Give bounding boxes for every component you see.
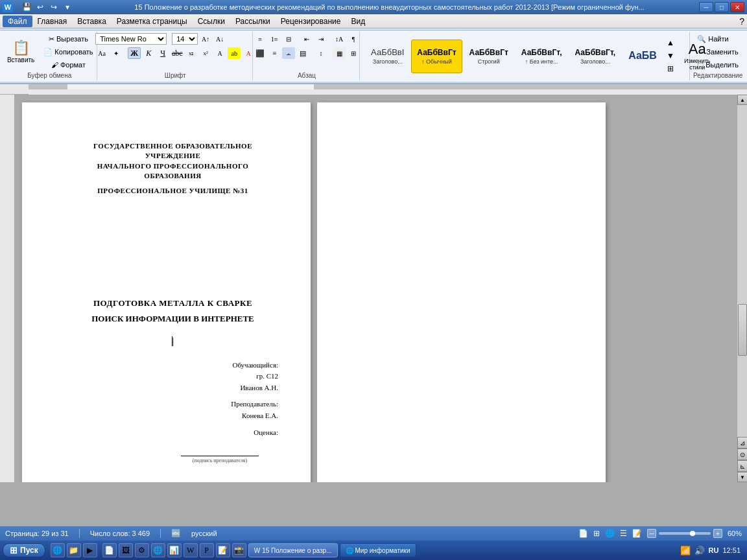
show-hide-button[interactable]: ¶ [347, 33, 360, 45]
scroll-thumb[interactable] [738, 304, 747, 356]
zoom-in-button[interactable]: + [713, 529, 722, 538]
select-button[interactable]: ⬚ Выделить [694, 59, 742, 71]
zoom-slider-thumb[interactable] [690, 531, 695, 536]
decrease-indent-button[interactable]: ⇤ [300, 33, 313, 45]
taskbar-media-icon[interactable]: ▶ [83, 543, 97, 557]
style-heading1-button[interactable]: АаБбВвI Заголово... [365, 40, 410, 73]
text-highlight-button[interactable]: ab [228, 47, 241, 59]
taskbar-app-icon-6[interactable]: W [184, 543, 198, 557]
underline-button[interactable]: Ч [156, 47, 169, 59]
document-page-1[interactable]: ГОСУДАРСТВЕННОЕ ОБРАЗОВАТЕЛЬНОЕ УЧРЕЖДЕН… [22, 102, 311, 482]
menu-mailings[interactable]: Рассылки [230, 16, 276, 27]
borders-button[interactable]: ⊞ [347, 47, 360, 59]
taskbar-app-icon-7[interactable]: P [200, 543, 214, 557]
tray-icon-network[interactable]: 📶 [680, 546, 691, 555]
menu-home[interactable]: Главная [32, 16, 73, 27]
undo-button[interactable]: ↩ [34, 1, 46, 13]
scroll-select-button[interactable]: ⊙ [737, 449, 747, 460]
menu-file[interactable]: Файл [3, 16, 32, 27]
taskbar-app-icon-2[interactable]: 🖼 [119, 543, 133, 557]
line-spacing-button[interactable]: ↕ [314, 47, 327, 59]
scroll-down-button[interactable]: ▼ [737, 472, 747, 482]
scroll-up-button[interactable]: ▲ [737, 95, 747, 105]
view-fullscreen-button[interactable]: ⊞ [593, 529, 600, 538]
justify-button[interactable]: ▤ [296, 47, 309, 59]
tray-language[interactable]: RU [709, 546, 719, 554]
shading-button[interactable]: ▦ [333, 47, 346, 59]
style-heading2-button[interactable]: АаБбВвГт, Заголово... [569, 40, 622, 73]
numbering-button[interactable]: 1≡ [268, 33, 281, 45]
replace-button[interactable]: ↔ Заменить [694, 46, 742, 58]
taskbar-app-icon-1[interactable]: 📄 [102, 543, 117, 557]
taskbar-browser-icon[interactable]: 🌐 [51, 543, 65, 557]
menu-references[interactable]: Ссылки [193, 16, 230, 27]
taskbar-app-icon-3[interactable]: ⚙ [135, 543, 149, 557]
close-button[interactable]: ✕ [730, 2, 744, 12]
align-center-button[interactable]: ≡ [268, 47, 281, 59]
view-print-button[interactable]: 📄 [578, 529, 588, 538]
scroll-page-down-button[interactable]: ⊾ [737, 460, 747, 472]
font-theme-button[interactable]: Aa [95, 47, 108, 59]
zoom-level[interactable]: 60% [728, 530, 742, 537]
menu-insert[interactable]: Вставка [72, 16, 112, 27]
styles-scroll-down-button[interactable]: ▼ [664, 51, 677, 62]
style-normal-button[interactable]: АаБбВвГт ↑ Обычный [411, 40, 462, 73]
view-draft-button[interactable]: 📝 [632, 529, 642, 538]
document-page-2[interactable]: 30 [317, 102, 606, 482]
style-title-button[interactable]: АаБВ [622, 40, 663, 73]
maximize-button[interactable]: □ [715, 2, 729, 12]
tray-clock[interactable]: 12:51 [722, 546, 741, 554]
taskbar-app-icon-8[interactable]: 📝 [216, 543, 230, 557]
font-size-select[interactable]: 14 [172, 33, 198, 45]
menu-review[interactable]: Рецензирование [276, 16, 346, 27]
cut-button[interactable]: ✂ Вырезать [40, 33, 96, 45]
align-left-button[interactable]: ⬛ [254, 47, 267, 59]
style-strict-button[interactable]: АаБбВвГт Строгий [464, 40, 514, 73]
strikethrough-button[interactable]: abc [171, 47, 184, 59]
menu-view[interactable]: Вид [346, 16, 370, 27]
start-button[interactable]: ⊞ Пуск [3, 543, 45, 557]
taskbar-word-button[interactable]: W 15 Положение о разр... [248, 543, 338, 557]
view-outline-button[interactable]: ☰ [620, 529, 627, 538]
subscript-button[interactable]: x₂ [185, 47, 198, 59]
tray-icon-volume[interactable]: 🔊 [694, 546, 705, 555]
italic-button[interactable]: К [142, 47, 155, 59]
superscript-button[interactable]: x² [199, 47, 212, 59]
grow-font-button[interactable]: A↑ [199, 33, 212, 45]
multilevel-list-button[interactable]: ⊟ [282, 33, 295, 45]
taskbar-app-icon-9[interactable]: 📸 [232, 543, 246, 557]
zoom-out-button[interactable]: ─ [647, 529, 656, 538]
scroll-page-up-button[interactable]: ⊿ [737, 437, 747, 449]
bullets-button[interactable]: ≡ [254, 33, 267, 45]
view-web-button[interactable]: 🌐 [605, 529, 615, 538]
taskbar-app-icon-5[interactable]: 📊 [167, 543, 182, 557]
style-no-interval-button[interactable]: АаБбВвГт, ↑ Без инте... [516, 40, 568, 73]
font-name-select[interactable]: Times New Ro [95, 33, 167, 45]
format-painter-button[interactable]: 🖌 Формат [40, 59, 96, 71]
scroll-track[interactable] [737, 105, 747, 437]
styles-more-button[interactable]: ⊞ [664, 64, 677, 75]
paste-button[interactable]: 📋 Вставить [3, 35, 39, 69]
zoom-slider[interactable] [659, 532, 711, 535]
help-button[interactable]: ? [739, 16, 744, 27]
menu-page-layout[interactable]: Разметка страницы [112, 16, 193, 27]
save-button[interactable]: 💾 [21, 1, 32, 13]
sort-button[interactable]: ↕A [333, 33, 346, 45]
clear-format-button[interactable]: ✦ [110, 47, 123, 59]
text-effect-button[interactable]: A [213, 47, 226, 59]
align-right-button[interactable]: ⫠ [282, 47, 295, 59]
bold-button[interactable]: Ж [128, 47, 141, 59]
shrink-font-button[interactable]: A↓ [213, 33, 226, 45]
increase-indent-button[interactable]: ⇥ [314, 33, 327, 45]
qa-dropdown-button[interactable]: ▾ [62, 1, 73, 13]
taskbar-browser-button[interactable]: 🌐 Мир информатики [340, 543, 416, 557]
copy-button[interactable]: 📄 Копировать [40, 46, 96, 58]
taskbar-folder-icon[interactable]: 📁 [67, 543, 81, 557]
scroll-area[interactable]: ГОСУДАРСТВЕННОЕ ОБРАЗОВАТЕЛЬНОЕ УЧРЕЖДЕН… [14, 95, 737, 482]
styles-scroll-up-button[interactable]: ▲ [664, 38, 677, 49]
find-button[interactable]: 🔍 Найти [694, 33, 731, 45]
taskbar-app-icon-4[interactable]: 🌐 [151, 543, 165, 557]
redo-button[interactable]: ↪ [48, 1, 60, 13]
institution-subtitle: ПРОФЕССИОНАЛЬНОЕ УЧИЛИЩЕ №31 [67, 187, 278, 194]
minimize-button[interactable]: ─ [699, 2, 713, 12]
